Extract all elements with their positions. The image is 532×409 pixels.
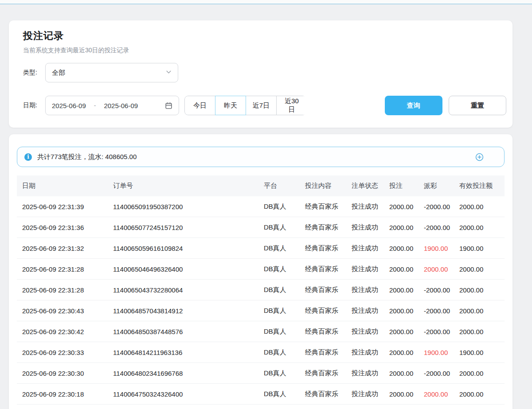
cell-date: 2025-06-09 22:30:18 [17,390,108,398]
cell-order: 1140065077245157120 [108,224,258,231]
date-label: 日期: [23,101,45,109]
cell-date: 2025-06-09 22:30:33 [17,349,108,356]
quick-range-button[interactable]: 近7日 [246,96,277,115]
plus-circle-icon[interactable] [475,153,484,161]
column-header: 日期 [17,182,108,190]
cell-valid: 2000.00 [454,224,505,231]
cell-content: 经典百家乐 [300,203,346,211]
cell-order: 1140065046496326400 [108,265,258,273]
cell-date: 2025-06-09 22:30:43 [17,307,108,315]
cell-bet: 2000.00 [384,245,419,252]
cell-status: 投注成功 [346,369,384,378]
top-nav-strip [0,0,532,4]
cell-valid: 2000.00 [454,390,505,398]
table-row: 2025-06-09 22:30:431140064857043814912DB… [17,300,505,321]
cell-status: 投注成功 [346,348,384,357]
cell-date: 2025-06-09 22:31:39 [17,203,108,210]
page-subtitle: 当前系统支持查询最近30日的投注记录 [23,47,506,55]
cell-bet: 2000.00 [384,307,419,315]
column-header: 投注 [384,182,419,190]
date-range-input[interactable]: 2025-06-09 - 2025-06-09 [45,96,179,115]
cell-status: 投注成功 [346,307,384,315]
reset-button[interactable]: 重置 [449,96,506,115]
bet-records-table: 日期订单号平台投注内容注单状态投注派彩有效投注额 2025-06-09 22:3… [17,175,505,405]
date-start-value: 2025-06-09 [52,102,86,109]
type-label: 类型: [23,69,45,77]
cell-date: 2025-06-09 22:31:28 [17,286,108,294]
query-button[interactable]: 查询 [385,96,442,115]
cell-status: 投注成功 [346,265,384,273]
cell-content: 经典百家乐 [300,307,346,315]
summary-alert: i 共计773笔投注，流水: 408605.00 [17,147,505,167]
cell-payout: 2000.00 [419,265,454,273]
cell-valid: 2000.00 [454,203,505,210]
table-body: 2025-06-09 22:31:391140065091950387200DB… [17,196,505,405]
cell-order: 1140064802341696768 [108,370,258,377]
cell-platform: DB真人 [258,348,300,357]
cell-order: 1140064857043814912 [108,307,258,315]
cell-bet: 2000.00 [384,349,419,356]
info-circle-icon: i [24,153,32,161]
cell-platform: DB真人 [258,327,300,336]
cell-platform: DB真人 [258,223,300,232]
cell-bet: 2000.00 [384,224,419,231]
cell-payout: 1900.00 [419,245,454,252]
cell-content: 经典百家乐 [300,265,346,273]
cell-payout: -2000.00 [419,307,454,315]
cell-date: 2025-06-09 22:31:36 [17,224,108,231]
calendar-icon [165,102,172,109]
date-filter-row: 日期: 2025-06-09 - 2025-06-09 今日昨天近7日近30日 … [23,96,506,115]
cell-date: 2025-06-09 22:30:42 [17,328,108,335]
cell-valid: 2000.00 [454,265,505,273]
column-header: 订单号 [108,182,258,190]
cell-order: 1140064814211963136 [108,349,258,356]
quick-range-group: 今日昨天近7日近30日 [184,96,306,115]
cell-bet: 2000.00 [384,328,419,335]
date-separator: - [94,102,96,109]
date-end-value: 2025-06-09 [104,102,138,109]
column-header: 派彩 [419,182,454,190]
cell-valid: 1900.00 [454,245,505,252]
cell-content: 经典百家乐 [300,244,346,253]
cell-payout: -2000.00 [419,224,454,231]
cell-bet: 2000.00 [384,203,419,210]
results-panel: i 共计773笔投注，流水: 408605.00 日期订单号平台投注内容注单状态… [9,134,512,409]
quick-range-button[interactable]: 今日 [184,96,215,115]
quick-range-button[interactable]: 近30日 [276,96,306,115]
type-select-value: 全部 [52,69,166,77]
page-title: 投注记录 [23,29,506,43]
cell-payout: 1900.00 [419,349,454,356]
table-row: 2025-06-09 22:31:281140065043732280064DB… [17,280,505,300]
table-row: 2025-06-09 22:31:391140065091950387200DB… [17,196,505,217]
cell-bet: 2000.00 [384,370,419,377]
cell-order: 1140065059616109824 [108,245,258,252]
cell-order: 1140064850387448576 [108,328,258,335]
table-row: 2025-06-09 22:30:421140064850387448576DB… [17,321,505,342]
cell-status: 投注成功 [346,390,384,398]
cell-bet: 2000.00 [384,265,419,273]
cell-platform: DB真人 [258,203,300,211]
cell-platform: DB真人 [258,307,300,315]
table-row: 2025-06-09 22:30:331140064814211963136DB… [17,342,505,363]
cell-valid: 2000.00 [454,286,505,294]
table-header: 日期订单号平台投注内容注单状态投注派彩有效投注额 [17,175,505,196]
cell-valid: 2000.00 [454,370,505,377]
type-select[interactable]: 全部 [45,63,178,82]
cell-content: 经典百家乐 [300,327,346,336]
table-row: 2025-06-09 22:31:361140065077245157120DB… [17,217,505,238]
column-header: 有效投注额 [454,182,505,190]
cell-content: 经典百家乐 [300,286,346,294]
cell-valid: 2000.00 [454,307,505,315]
cell-platform: DB真人 [258,286,300,294]
cell-date: 2025-06-09 22:30:30 [17,370,108,377]
cell-content: 经典百家乐 [300,390,346,398]
quick-range-button[interactable]: 昨天 [215,96,246,115]
cell-order: 1140065091950387200 [108,203,258,210]
cell-bet: 2000.00 [384,390,419,398]
summary-text: 共计773笔投注，流水: 408605.00 [37,153,137,161]
cell-order: 1140064750324326400 [108,390,258,398]
column-header: 投注内容 [300,182,346,190]
cell-valid: 1900.00 [454,349,505,356]
cell-payout: 2000.00 [419,390,454,398]
column-header: 平台 [258,182,300,190]
